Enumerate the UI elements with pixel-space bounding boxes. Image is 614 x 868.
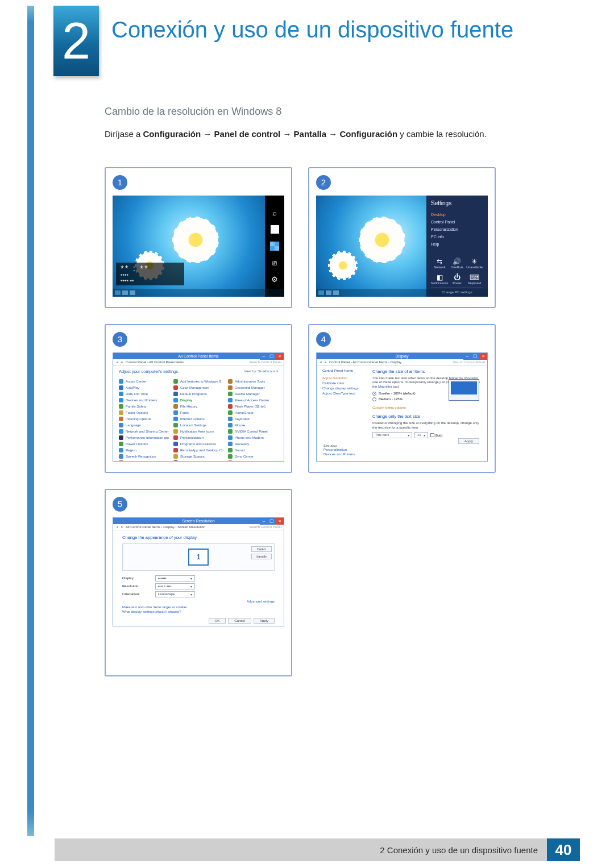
forward-icon[interactable]: ► xyxy=(324,360,327,364)
help-link[interactable]: What display settings should I choose? xyxy=(122,610,275,613)
maximize-icon[interactable]: ▢ xyxy=(268,518,276,525)
detect-button[interactable]: Detect xyxy=(251,546,272,552)
apply-button[interactable]: Apply xyxy=(254,618,275,624)
cp-item[interactable]: Speech Recognition xyxy=(119,454,169,460)
cp-item[interactable]: HomeGroup xyxy=(228,410,278,416)
taskbar-item[interactable] xyxy=(122,290,128,295)
cp-item[interactable]: Recovery xyxy=(228,441,278,447)
cp-item[interactable]: Color Management xyxy=(173,385,223,391)
settings-quick-icon[interactable]: 🔊OneNote xyxy=(449,258,466,269)
settings-item[interactable]: Desktop xyxy=(431,211,483,218)
search-input[interactable]: Search Control Panel xyxy=(249,360,281,364)
side-link[interactable]: Adjust resolution xyxy=(322,376,367,381)
cp-item[interactable]: Programs and Features xyxy=(173,441,223,447)
side-link[interactable]: Calibrate color xyxy=(322,381,367,386)
advanced-settings-link[interactable]: Advanced settings xyxy=(122,600,275,603)
cp-item[interactable]: Network and Sharing Center xyxy=(119,429,169,435)
forward-icon[interactable]: ► xyxy=(121,360,124,364)
search-icon[interactable] xyxy=(271,209,279,217)
settings-quick-icon[interactable]: ◧Notifications xyxy=(431,273,449,285)
breadcrumb[interactable]: All Control Panel Items › Display › Scre… xyxy=(126,525,205,529)
settings-item[interactable]: Help xyxy=(431,240,483,248)
breadcrumb[interactable]: Control Panel › All Control Panel Items … xyxy=(329,360,401,364)
cp-item[interactable]: Fonts xyxy=(173,410,223,416)
cp-item[interactable]: Device Manager xyxy=(228,391,278,397)
cp-item[interactable]: Phone and Modem xyxy=(228,435,278,441)
side-link[interactable]: Change display settings xyxy=(322,386,367,391)
cp-item[interactable]: Location Settings xyxy=(173,422,223,429)
minimize-icon[interactable]: – xyxy=(463,353,471,360)
cp-item[interactable]: Family Safety xyxy=(119,404,169,410)
cp-item[interactable]: Administrative Tools xyxy=(228,379,278,385)
close-icon[interactable]: × xyxy=(479,353,487,360)
minimize-icon[interactable]: – xyxy=(260,518,268,525)
cp-item[interactable]: Language xyxy=(119,422,169,429)
apply-button[interactable]: Apply xyxy=(458,438,479,444)
cp-item[interactable]: Default Programs xyxy=(173,391,223,397)
close-icon[interactable]: × xyxy=(276,518,284,525)
settings-quick-icon[interactable]: ☀Unavailable xyxy=(466,258,483,269)
orientation-select[interactable]: Landscape xyxy=(155,591,195,597)
maximize-icon[interactable]: ▢ xyxy=(471,353,479,360)
taskbar-item[interactable] xyxy=(130,290,135,295)
cp-item[interactable]: Indexing Options xyxy=(119,416,169,422)
start-icon[interactable] xyxy=(270,242,279,251)
cp-item[interactable]: Personalization xyxy=(173,435,223,441)
cp-item[interactable]: System xyxy=(119,460,169,461)
cp-item[interactable]: Add features to Windows 8 xyxy=(173,379,223,385)
cp-item[interactable]: NVIDIA Control Panel xyxy=(228,429,278,435)
maximize-icon[interactable]: ▢ xyxy=(268,353,276,360)
minimize-icon[interactable]: – xyxy=(260,353,268,360)
search-input[interactable]: Search Control Panel xyxy=(249,525,281,529)
taskbar-item[interactable] xyxy=(318,290,324,295)
cp-item[interactable]: RemoteApp and Desktop Connections xyxy=(173,447,223,454)
custom-sizing-link[interactable]: Custom sizing options xyxy=(372,406,482,409)
cp-item[interactable]: Credential Manager xyxy=(228,385,278,391)
settings-quick-icon[interactable]: ⇆Network xyxy=(431,258,449,269)
settings-quick-icon[interactable]: ⏻Power xyxy=(449,273,466,285)
cp-item[interactable]: Date and Time xyxy=(119,391,169,397)
view-by[interactable]: View by: Small icons ▾ xyxy=(244,369,278,373)
see-also-link[interactable]: Personalization xyxy=(323,447,355,452)
close-icon[interactable]: × xyxy=(276,353,284,360)
cp-item[interactable]: Performance Information and Tools xyxy=(119,435,169,441)
back-icon[interactable]: ◄ xyxy=(319,360,322,364)
cp-item[interactable]: Taskbar xyxy=(173,460,223,461)
back-icon[interactable]: ◄ xyxy=(115,525,119,529)
cp-item[interactable]: Display xyxy=(173,397,223,404)
cp-item[interactable]: Notification Area Icons xyxy=(173,429,223,435)
breadcrumb[interactable]: Control Panel › All Control Panel Items xyxy=(126,360,184,364)
taskbar-item[interactable] xyxy=(333,290,339,295)
settings-quick-icon[interactable]: ⌨Keyboard xyxy=(466,273,483,285)
see-also-link[interactable]: Devices and Printers xyxy=(323,452,355,456)
search-input[interactable]: Search Control Panel xyxy=(453,360,485,364)
forward-icon[interactable]: ► xyxy=(121,525,124,529)
cp-item[interactable]: Sync Center xyxy=(228,454,278,460)
taskbar-item[interactable] xyxy=(326,290,331,295)
back-icon[interactable]: ◄ xyxy=(115,360,119,364)
size-select[interactable]: 11 xyxy=(414,432,428,438)
cp-item[interactable]: File History xyxy=(173,404,223,410)
devices-icon[interactable] xyxy=(271,259,279,267)
side-link[interactable]: Adjust ClearType text xyxy=(322,391,367,396)
share-icon[interactable] xyxy=(271,225,279,234)
item-select[interactable]: Title bars xyxy=(372,432,412,438)
settings-icon[interactable] xyxy=(271,275,279,284)
help-link[interactable]: Make text and other items larger or smal… xyxy=(122,605,275,609)
bold-checkbox[interactable]: Bold xyxy=(430,433,442,437)
cp-item[interactable]: Internet Options xyxy=(173,416,223,422)
ok-button[interactable]: OK xyxy=(209,618,226,624)
cp-item[interactable]: Troubleshooting xyxy=(228,460,278,461)
cp-item[interactable]: Mouse xyxy=(228,422,278,429)
cancel-button[interactable]: Cancel xyxy=(228,618,251,624)
settings-item[interactable]: Control Panel xyxy=(431,218,483,226)
settings-item[interactable]: Personalization xyxy=(431,226,483,233)
cp-item[interactable]: Ease of Access Center xyxy=(228,397,278,404)
taskbar-item[interactable] xyxy=(115,290,121,295)
magnifier-link[interactable]: Magnifier xyxy=(378,385,392,388)
cp-item[interactable]: Action Center xyxy=(119,379,169,385)
cp-item[interactable]: Devices and Printers xyxy=(119,397,169,404)
settings-item[interactable]: PC info xyxy=(431,233,483,240)
cp-item[interactable]: Sound xyxy=(228,447,278,454)
cp-item[interactable]: AutoPlay xyxy=(119,385,169,391)
